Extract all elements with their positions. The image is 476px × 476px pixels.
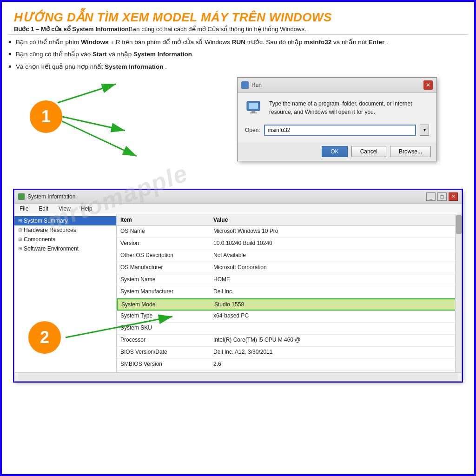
sidebar-item-system-summary[interactable]: ⊞ System Summary bbox=[14, 216, 116, 225]
run-ok-button[interactable]: OK bbox=[322, 146, 347, 157]
run-pc-icon bbox=[245, 99, 264, 118]
table-row: System Name HOME bbox=[117, 274, 462, 286]
instruction-2: Bạn cũng có thể nhấp vào Start và nhập S… bbox=[8, 50, 468, 59]
sysinfo-window-buttons: _ □ ✕ bbox=[426, 192, 458, 201]
sysinfo-dialog: System Information _ □ ✕ File Edit View … bbox=[14, 190, 462, 382]
col-header-value: Value bbox=[210, 216, 462, 224]
run-buttons-row: OK Cancel Browse... bbox=[238, 142, 436, 161]
tree-expand-icon-sw: ⊞ bbox=[18, 246, 22, 251]
sidebar-item-label-software: Software Environment bbox=[24, 245, 79, 252]
sysinfo-maximize-button[interactable]: □ bbox=[437, 192, 447, 201]
sysinfo-titlebar: System Information _ □ ✕ bbox=[14, 190, 462, 204]
row-value: 2.6 bbox=[210, 359, 462, 370]
sysinfo-minimize-button[interactable]: _ bbox=[426, 192, 436, 201]
table-row: System Type x64-based PC bbox=[117, 311, 462, 323]
sysinfo-close-button[interactable]: ✕ bbox=[449, 192, 458, 201]
run-open-input[interactable] bbox=[264, 125, 416, 136]
sysinfo-title-label: System Information bbox=[27, 193, 75, 200]
sysinfo-horizontal-scrollbar[interactable] bbox=[18, 374, 458, 380]
table-row: BIOS Version/Date Dell Inc. A12, 3/30/20… bbox=[117, 347, 462, 359]
table-row: Version 10.0.10240 Build 10240 bbox=[117, 238, 462, 250]
subtitle: Bước 1 – Mở cửa sổ System InformationBạn… bbox=[14, 26, 462, 33]
instruction-1: Bạn có thể nhấn phím Windows + R trên bà… bbox=[8, 38, 468, 47]
svg-rect-8 bbox=[251, 111, 255, 112]
tree-expand-icon: ⊞ bbox=[18, 218, 22, 223]
run-dropdown-button[interactable]: ▾ bbox=[420, 125, 429, 136]
table-row: OS Name Microsoft Windows 10 Pro bbox=[117, 226, 462, 238]
row-value: 10.0.10240 Build 10240 bbox=[210, 238, 462, 250]
instruction-3: Và chọn kết quả phù hợp nhất System Info… bbox=[8, 62, 468, 72]
row-item: Version bbox=[117, 238, 210, 250]
sidebar-item-label-components: Components bbox=[24, 236, 55, 243]
annotation-circle-2: 2 bbox=[28, 321, 61, 354]
subtitle-bold: Bước 1 – Mở cửa sổ System Information bbox=[14, 26, 129, 33]
row-item: OS Name bbox=[117, 226, 210, 238]
sysinfo-outer-border: System Information _ □ ✕ File Edit View … bbox=[13, 189, 463, 383]
svg-line-4 bbox=[62, 117, 125, 131]
row-value: x64-based PC bbox=[210, 311, 462, 322]
subtitle-rest: Bạn cũng có hai cách để mở Cửa sổ thông … bbox=[129, 26, 306, 33]
sysinfo-scrollbar[interactable] bbox=[455, 214, 462, 372]
run-title-label: Run bbox=[251, 82, 262, 88]
row-item: System Type bbox=[117, 311, 210, 322]
table-row: System Manufacturer Dell Inc. bbox=[117, 286, 462, 298]
circle-2-label: 2 bbox=[40, 328, 49, 347]
instructions-list: Bạn có thể nhấn phím Windows + R trên bà… bbox=[8, 38, 468, 72]
table-row: OS Manufacturer Microsoft Corporation bbox=[117, 262, 462, 274]
row-value: Dell Inc. A12, 3/30/2011 bbox=[210, 347, 462, 358]
row-item: Processor bbox=[117, 335, 210, 346]
sysinfo-statusbar bbox=[14, 372, 462, 381]
run-description: Type the name of a program, folder, docu… bbox=[245, 99, 429, 118]
svg-line-5 bbox=[62, 121, 137, 156]
run-browse-button[interactable]: Browse... bbox=[390, 146, 431, 157]
row-item-model: System Model bbox=[118, 299, 211, 310]
row-value: Not Available bbox=[210, 250, 462, 262]
row-item: System SKU bbox=[117, 323, 210, 334]
run-open-row: Open: ▾ bbox=[245, 125, 429, 136]
row-value: Dell Inc. bbox=[210, 286, 462, 298]
row-value: HOME bbox=[210, 274, 462, 286]
table-row: Other OS Description Not Available bbox=[117, 250, 462, 262]
run-section: 1 bbox=[2, 77, 474, 189]
run-dialog: Run ✕ Type the name of a program, folder… bbox=[237, 77, 437, 161]
row-value bbox=[210, 323, 462, 334]
sidebar-item-software[interactable]: ⊞ Software Environment bbox=[14, 244, 116, 253]
sysinfo-table-body: OS Name Microsoft Windows 10 Pro Version… bbox=[117, 226, 462, 372]
tree-expand-icon-comp: ⊞ bbox=[18, 237, 22, 242]
sidebar-item-label-summary: System Summary bbox=[24, 218, 68, 224]
menu-view[interactable]: View bbox=[57, 205, 72, 212]
table-row-highlighted: System Model Studio 1558 bbox=[117, 298, 462, 311]
col-header-item: Item bbox=[117, 216, 210, 224]
table-row: SMBIOS Version 2.6 bbox=[117, 359, 462, 371]
run-dialog-titlebar: Run ✕ bbox=[238, 78, 436, 93]
tree-expand-icon-hw: ⊞ bbox=[18, 227, 22, 232]
row-item: Embedded Controller Version bbox=[117, 371, 210, 372]
sysinfo-body: ⊞ System Summary ⊞ Hardware Resources ⊞ … bbox=[14, 214, 462, 372]
row-item: BIOS Version/Date bbox=[117, 347, 210, 358]
table-row: System SKU bbox=[117, 323, 462, 335]
sidebar-item-hardware[interactable]: ⊞ Hardware Resources bbox=[14, 225, 116, 235]
run-dialog-body: Type the name of a program, folder, docu… bbox=[238, 93, 436, 161]
row-item: OS Manufacturer bbox=[117, 262, 210, 274]
page-title: HƯỚNG DẪN TÌM XEM MODEL MÁY TRÊN WINDOWS bbox=[14, 10, 462, 25]
circle-1-label: 1 bbox=[41, 107, 51, 126]
row-item: System Name bbox=[117, 274, 210, 286]
row-value: Intel(R) Core(TM) i5 CPU M 460 @ bbox=[210, 335, 462, 346]
menu-file[interactable]: File bbox=[18, 205, 30, 212]
row-value: Microsoft Corporation bbox=[210, 262, 462, 274]
run-close-button[interactable]: ✕ bbox=[423, 80, 433, 90]
row-value: 255.255 bbox=[210, 371, 462, 372]
sysinfo-table-header: Item Value bbox=[117, 214, 462, 226]
run-cancel-button[interactable]: Cancel bbox=[351, 146, 386, 157]
sidebar-item-components[interactable]: ⊞ Components bbox=[14, 235, 116, 244]
table-row: Processor Intel(R) Core(TM) i5 CPU M 460… bbox=[117, 335, 462, 347]
sysinfo-sidebar: ⊞ System Summary ⊞ Hardware Resources ⊞ … bbox=[14, 214, 117, 372]
row-item: SMBIOS Version bbox=[117, 359, 210, 370]
menu-help[interactable]: Help bbox=[79, 205, 94, 212]
svg-line-3 bbox=[58, 84, 116, 103]
scrollbar-thumb[interactable] bbox=[456, 215, 462, 234]
menu-edit[interactable]: Edit bbox=[37, 205, 50, 212]
sysinfo-section: System Information _ □ ✕ File Edit View … bbox=[2, 189, 474, 383]
row-item: System Manufacturer bbox=[117, 286, 210, 298]
table-row: Embedded Controller Version 255.255 bbox=[117, 371, 462, 372]
